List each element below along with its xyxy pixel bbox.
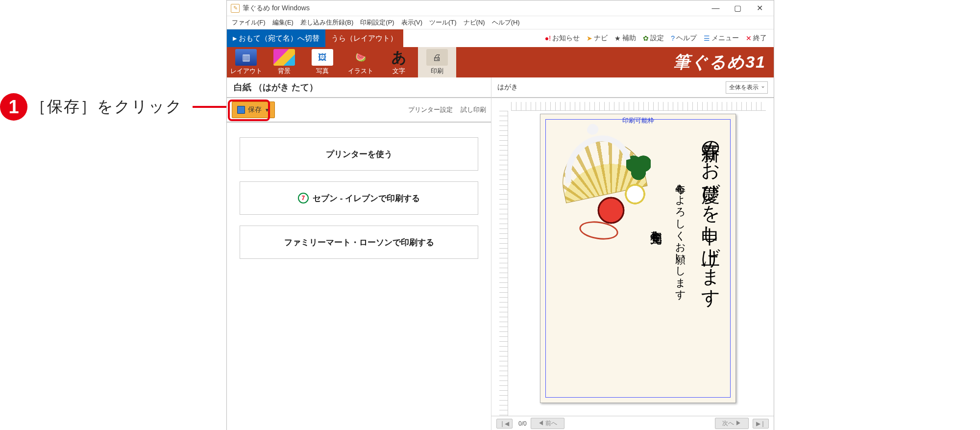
ruler-horizontal — [511, 102, 766, 111]
menu-tool[interactable]: ツール(T) — [429, 18, 457, 27]
maximize-button[interactable]: ▢ — [727, 1, 749, 15]
save-label: 保存 — [248, 105, 262, 114]
menu-icon: ☰ — [704, 34, 710, 42]
menu-address[interactable]: 差し込み住所録(B) — [300, 18, 353, 27]
app-icon: ✎ — [231, 4, 240, 13]
save-disk-icon — [237, 106, 245, 114]
close-icon: ✕ — [746, 34, 752, 42]
menu-help[interactable]: ヘルプ(H) — [492, 18, 520, 27]
new-year-illustration — [553, 134, 656, 247]
test-print-link[interactable]: 試し印刷 — [461, 105, 486, 114]
nav-count: 0/0 — [518, 420, 527, 427]
util-exit[interactable]: ✕終了 — [746, 34, 767, 43]
util-navi[interactable]: ➤ナビ — [587, 34, 608, 43]
card-greeting: 新春のお慶びを申し上げます — [695, 128, 725, 390]
preview-label: はがき — [497, 83, 518, 92]
step-badge: 1 — [0, 93, 27, 121]
background-icon — [273, 49, 295, 66]
menu-print-settings[interactable]: 印刷設定(P) — [360, 18, 394, 27]
app-window: ✎ 筆ぐるめ for Windows — ▢ ✕ ファイル(F) 編集(E) 差… — [226, 0, 774, 430]
preview-pane: はがき 全体を表示 印刷可能枠 — [491, 77, 774, 430]
nav-next-button[interactable]: 次へ ▶ — [715, 418, 749, 429]
illust-icon: 🍉 — [350, 49, 371, 66]
minimize-button[interactable]: — — [705, 1, 727, 15]
window-title: 筆ぐるめ for Windows — [243, 4, 705, 13]
option-use-printer[interactable]: プリンターを使う — [240, 137, 478, 171]
printer-icon: 🖨 — [426, 49, 448, 66]
menu-edit[interactable]: 編集(E) — [272, 18, 294, 27]
mode-switch-row: おもて（宛て名）へ切替 うら（レイアウト） ●!お知らせ ➤ナビ ★補助 ✿設定… — [227, 29, 774, 47]
switch-ura-tab[interactable]: うら（レイアウト） — [325, 29, 403, 47]
option-seven-eleven[interactable]: 7 セブン - イレブンで印刷する — [240, 181, 478, 215]
nav-first-button[interactable]: ❘◀ — [496, 419, 513, 429]
option-familymart-lawson[interactable]: ファミリーマート・ローソンで印刷する — [240, 226, 478, 259]
postcard-preview[interactable]: 印刷可能枠 令和七年 元旦 今年もよろしくお願いします — [540, 114, 736, 403]
preview-navbar: ❘◀ 0/0 ◀ 前へ 次へ ▶ ▶❘ — [491, 416, 774, 430]
util-help[interactable]: ?ヘルプ — [671, 34, 697, 43]
app-logo: 筆ぐるめ31 — [673, 47, 774, 77]
util-menu[interactable]: ☰メニュー — [704, 34, 739, 43]
dropdown-arrow-icon: ▼ — [265, 107, 270, 113]
ruler-vertical — [499, 111, 508, 416]
toolbar-illust[interactable]: 🍉 イラスト — [342, 47, 380, 77]
menu-bar: ファイル(F) 編集(E) 差し込み住所録(B) 印刷設定(P) 表示(V) ツ… — [227, 16, 774, 29]
close-button[interactable]: ✕ — [749, 1, 771, 15]
layout-icon: ▥ — [235, 49, 257, 66]
nav-last-button[interactable]: ▶❘ — [753, 419, 769, 429]
alert-icon: ●! — [545, 34, 551, 42]
star-icon: ★ — [614, 34, 621, 42]
seven-eleven-icon: 7 — [298, 193, 309, 203]
util-news[interactable]: ●!お知らせ — [545, 34, 580, 43]
cursor-icon: ➤ — [587, 34, 592, 42]
step-text: ［保存］をクリック — [30, 96, 183, 118]
nav-prev-button[interactable]: ◀ 前へ — [531, 418, 564, 429]
zoom-select[interactable]: 全体を表示 — [726, 81, 768, 94]
document-title: 白紙 （はがき たて） — [227, 77, 491, 98]
title-bar: ✎ 筆ぐるめ for Windows — ▢ ✕ — [227, 0, 774, 16]
text-icon: あ — [388, 49, 410, 66]
help-icon: ? — [671, 34, 675, 42]
save-button[interactable]: 保存 ▼ — [232, 101, 275, 118]
print-options: プリンターを使う 7 セブン - イレブンで印刷する ファミリーマート・ローソン… — [227, 123, 491, 274]
util-settings[interactable]: ✿設定 — [643, 34, 664, 43]
utility-links: ●!お知らせ ➤ナビ ★補助 ✿設定 ?ヘルプ ☰メニュー ✕終了 — [545, 29, 774, 47]
toolbar-layout[interactable]: ▥ レイアウト — [227, 47, 265, 77]
save-row: 保存 ▼ プリンター設定 試し印刷 — [227, 98, 491, 123]
main-toolbar: ▥ レイアウト 背景 🖼 写真 🍉 イラスト あ 文字 🖨 印刷 筆ぐるめ31 — [227, 47, 774, 77]
util-assist[interactable]: ★補助 — [614, 34, 636, 43]
menu-navi[interactable]: ナビ(N) — [464, 18, 485, 27]
toolbar-text[interactable]: あ 文字 — [380, 47, 418, 77]
toolbar-photo[interactable]: 🖼 写真 — [303, 47, 342, 77]
switch-omote-button[interactable]: おもて（宛て名）へ切替 — [227, 29, 325, 47]
gear-icon: ✿ — [643, 34, 649, 42]
print-settings-pane: 白紙 （はがき たて） 保存 ▼ プリンター設定 試し印刷 プリンターを使う 7… — [227, 77, 491, 430]
toolbar-print[interactable]: 🖨 印刷 — [418, 47, 456, 77]
printer-settings-link[interactable]: プリンター設定 — [408, 105, 453, 114]
menu-file[interactable]: ファイル(F) — [232, 18, 266, 27]
menu-view[interactable]: 表示(V) — [401, 18, 422, 27]
photo-icon: 🖼 — [312, 49, 333, 66]
card-body: 今年もよろしくお願いします — [672, 177, 689, 390]
toolbar-background[interactable]: 背景 — [265, 47, 303, 77]
